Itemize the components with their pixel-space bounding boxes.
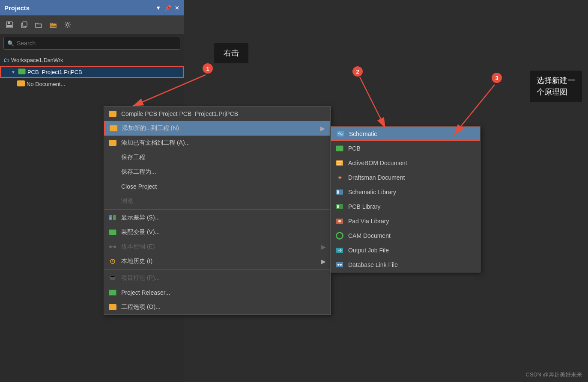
settings-button[interactable] [62,19,74,31]
ctx-assembly[interactable]: 装配变量 (V)... [104,225,330,240]
padvia-icon [335,217,344,225]
svg-rect-22 [337,190,339,194]
pcblib-icon [335,202,344,211]
panel-title: Projects [4,4,30,12]
pcb-project-icon [18,68,26,76]
search-input[interactable] [17,40,176,47]
ctx-close-project[interactable]: Close Project [104,179,330,194]
tree-area: 🗂 Workspace1.DsnWrk ▼ PCB_Project1.PrjPC… [0,52,184,92]
tooltip-new-schematic: 选择新建一 个原理图 [530,71,582,102]
sub-pad-via[interactable]: Pad Via Library [331,214,480,228]
ctx-save-project[interactable]: 保存工程 [104,150,330,165]
ctx-compile-label: Compile PCB Project PCB_Project1.PrjPCB [121,110,238,117]
releaser-icon [108,288,117,297]
ctx-options[interactable]: 工程选项 (O)... [104,300,330,314]
ctx-save-project-label: 保存工程 [121,154,145,161]
svg-point-5 [66,24,69,26]
output-icon [335,246,344,255]
ctx-save-project-as-label: 保存工程为... [121,168,156,176]
no-document-label: No Document... [27,81,65,87]
sub-pcb-lib-label: PCB Library [348,203,380,210]
sub-output-job[interactable]: Output Job File [331,243,480,258]
panel-titlebar: Projects ▼ 📌 ✕ [0,0,184,15]
save-button[interactable] [3,19,15,31]
pin-icon[interactable]: 📌 [164,5,171,11]
ctx-add-existing[interactable]: 添加已有文档到工程 (A)... [104,136,330,150]
svg-rect-7 [113,215,116,220]
sub-pcb-label: PCB [348,145,361,152]
panel-toolbar [0,15,184,34]
ctx-options-label: 工程选项 (O)... [121,303,161,311]
svg-point-29 [337,264,339,266]
sub-cam-label: CAM Document [348,232,391,239]
copy-button[interactable] [18,19,30,31]
expand-arrow: ▼ [11,70,15,74]
sub-db-link-label: Database Link File [348,261,398,268]
panel-title-icons: ▼ 📌 ✕ [155,5,179,11]
sub-schematic-label: Schematic [349,130,377,137]
sub-sch-lib[interactable]: Schematic Library [331,185,480,199]
tooltip-line1: 选择新建一 [537,75,575,86]
svg-point-10 [113,246,116,248]
sub-draftsman[interactable]: ✦ Draftsman Document [331,170,480,185]
ctx-releaser-label: Project Releaser... [121,289,170,296]
sub-cam[interactable]: CAM Document [331,228,480,243]
svg-rect-2 [7,25,12,27]
history-submenu-arrow: ▶ [321,258,326,265]
assembly-icon [108,228,117,237]
svg-line-34 [360,77,385,128]
dropdown-icon[interactable]: ▼ [155,5,161,11]
schlib-icon [335,188,344,196]
ctx-add-existing-label: 添加已有文档到工程 (A)... [121,139,190,147]
ctx-browse: 浏览 [104,194,330,208]
ctx-save-project-as[interactable]: 保存工程为... [104,165,330,179]
sub-pcb[interactable]: PCB [331,141,480,156]
ctx-add-new[interactable]: 添加新的...到工程 (N) ▶ [104,121,330,136]
workspace-item[interactable]: 🗂 Workspace1.DsnWrk [0,54,184,66]
sub-schematic[interactable]: Schematic [331,127,480,141]
ctx-version-control: 版本控制 (E) ▶ [104,240,330,254]
badge-2: 2 [352,66,363,77]
close-icon[interactable]: ✕ [175,5,179,11]
svg-text:≡: ≡ [110,216,112,220]
folder-open-button[interactable] [47,19,59,31]
sch-icon [336,130,345,138]
submenu-arrow: ▶ [320,125,325,132]
bom-icon [335,159,344,167]
context-menu-main: Compile PCB Project PCB_Project1.PrjPCB … [104,106,331,315]
pack-icon [108,274,117,282]
no-document-item[interactable]: No Document... [0,78,184,90]
watermark: CSDN @奔赴美好未来 [525,371,582,379]
context-menu-sub: Schematic PCB ActiveBOM Document ✦ Draft… [331,126,481,272]
svg-rect-1 [8,22,10,24]
ctx-version-label: 版本控制 (E) [121,243,155,251]
folder-button[interactable] [33,19,45,31]
ctx-close-project-label: Close Project [121,183,157,190]
pcb-icon [335,144,344,153]
sub-db-link[interactable]: Database Link File [331,258,480,272]
add-new-icon [109,124,118,133]
ctx-show-diff-label: 显示差异 (S)... [121,214,160,222]
sub-activebom[interactable]: ActiveBOM Document [331,156,480,170]
ctx-local-history-label: 本地历史 (I) [121,258,152,265]
ctx-show-diff[interactable]: ≡ 显示差异 (S)... [104,210,330,225]
separator-2 [104,269,330,270]
tooltip-right-click-label: 右击 [224,49,239,57]
tooltip-line2: 个原理图 [537,86,575,98]
ctx-compile[interactable]: Compile PCB Project PCB_Project1.PrjPCB [104,107,330,121]
history-icon [108,257,117,266]
separator-1 [104,209,330,210]
draft-icon: ✦ [335,173,344,182]
sub-pcb-lib[interactable]: PCB Library [331,199,480,214]
ctx-local-history[interactable]: 本地历史 (I) ▶ [104,254,330,269]
sub-sch-lib-label: Schematic Library [348,189,396,195]
svg-rect-24 [337,205,339,208]
ctx-releaser[interactable]: Project Releaser... [104,285,330,300]
folder-icon [17,80,25,88]
ctx-pack-label: 项目打包 (P)... [121,274,160,282]
sub-activebom-label: ActiveBOM Document [348,160,407,166]
project-label: PCB_Project1.PrjPCB [27,69,82,75]
search-bar[interactable]: 🔍 [3,37,180,50]
cam-icon [335,231,344,240]
project-item[interactable]: ▼ PCB_Project1.PrjPCB [0,66,184,78]
